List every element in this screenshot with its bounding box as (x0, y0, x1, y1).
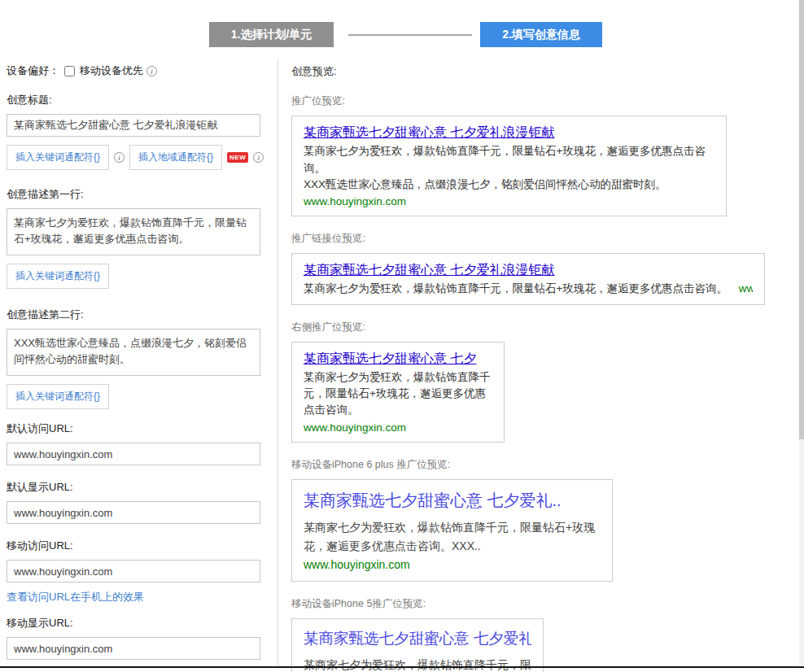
creative-title-label: 创意标题: (7, 93, 271, 107)
default-visit-url-label: 默认访问URL: (7, 421, 271, 436)
insert-keyword-wildcard-button[interactable]: 插入关键词通配符{} (7, 384, 109, 409)
step-1-select-plan[interactable]: 1.选择计划/单元 (209, 22, 334, 47)
preview-heading: 创意预览: (291, 64, 799, 79)
preview-ad-title-link[interactable]: 某商家甄选七夕甜蜜心意 七夕爱礼.. (304, 629, 531, 648)
preview-url-on-phone-link[interactable]: 查看访问URL在手机上的效果 (7, 590, 144, 604)
right-placement-preview-label: 右侧推广位预览: (291, 321, 799, 334)
preview-ad-title-link[interactable]: 某商家甄选七夕甜蜜心意 七夕 (304, 350, 476, 368)
preview-ad-url: www.houyingxin.com (304, 421, 494, 434)
info-icon[interactable]: i (146, 66, 157, 76)
preview-ad-title-link[interactable]: 某商家甄选七夕甜蜜心意 七夕爱礼.. (304, 490, 601, 511)
page-bottom-border (0, 666, 804, 668)
mobile-first-label: 移动设备优先 (80, 63, 143, 78)
mobile-display-url-input[interactable] (7, 637, 260, 660)
creative-title-input[interactable] (7, 114, 260, 137)
device-preference-label: 设备偏好： (7, 63, 59, 78)
new-badge: NEW (227, 152, 248, 163)
iphone6plus-preview-label: 移动设备iPhone 6 plus 推广位预览: (291, 458, 799, 472)
preview-ad-desc: 某商家七夕为爱狂欢，爆款钻饰直降千元，限量钻石+玫瑰花，邂逅更多优惠点击咨询。 (304, 369, 494, 419)
desc-line1-textarea[interactable]: 某商家七夕为爱狂欢，爆款钻饰直降千元，限量钻石+玫瑰花，邂逅更多优惠点击咨询。 (7, 208, 260, 255)
vertical-scrollbar[interactable] (799, 0, 804, 666)
default-display-url-input[interactable] (7, 501, 260, 524)
preview-ad-desc: 某商家七夕为爱狂欢，爆款钻饰直降千元，限量钻石+玫瑰花，邂逅更多优惠点击咨询。 (304, 282, 728, 295)
creative-preview-panel: 创意预览: 推广位预览: 某商家甄选七夕甜蜜心意 七夕爱礼浪漫钜献 某商家七夕为… (291, 59, 799, 672)
insert-region-wildcard-button[interactable]: 插入地域通配符{} (129, 145, 222, 170)
wildcard-button-row: 插入关键词通配符{} i 插入地域通配符{} NEW i (7, 145, 271, 170)
step-2-fill-creative[interactable]: 2.填写创意信息 (480, 22, 602, 47)
default-display-url-label: 默认显示URL: (7, 480, 271, 495)
right-placement-preview-card: 某商家甄选七夕甜蜜心意 七夕 某商家七夕为爱狂欢，爆款钻饰直降千元，限量钻石+玫… (291, 342, 505, 443)
default-visit-url-input[interactable] (7, 443, 260, 465)
preview-ad-title-link[interactable]: 某商家甄选七夕甜蜜心意 七夕爱礼浪漫钜献 (304, 261, 554, 279)
placement-preview-card: 某商家甄选七夕甜蜜心意 七夕爱礼浪漫钜献 某商家七夕为爱狂欢，爆款钻饰直降千元，… (291, 116, 727, 216)
iphone6plus-preview-card: 某商家甄选七夕甜蜜心意 七夕爱礼.. 某商家七夕为爱狂欢，爆款钻饰直降千元，限量… (291, 479, 613, 583)
placement-preview-label: 推广位预览: (291, 94, 799, 108)
mobile-visit-url-input[interactable] (7, 560, 260, 583)
scrollbar-thumb[interactable] (799, 0, 804, 439)
creative-form-panel: 设备偏好： 移动设备优先 i 创意标题: 插入关键词通配符{} i 插入地域通配… (7, 57, 271, 672)
iphone5-preview-label: 移动设备iPhone 5推广位预览: (291, 597, 799, 611)
device-preference-row: 设备偏好： 移动设备优先 i (7, 63, 271, 78)
preview-ad-url: www.houyingxin.com (739, 282, 753, 295)
preview-ad-desc-line2: XXX甄选世家心意臻品，点缀浪漫七夕，铭刻爱侣间怦然心动的甜蜜时刻。 (304, 177, 714, 193)
preview-ad-title-link[interactable]: 某商家甄选七夕甜蜜心意 七夕爱礼浪漫钜献 (304, 124, 554, 142)
link-placement-preview-card: 某商家甄选七夕甜蜜心意 七夕爱礼浪漫钜献 某商家七夕为爱狂欢，爆款钻饰直降千元，… (291, 253, 765, 304)
mobile-visit-url-label: 移动访问URL: (7, 539, 271, 553)
info-icon[interactable]: i (114, 152, 125, 163)
link-placement-preview-label: 推广链接位预览: (291, 232, 799, 246)
step-connector-line (348, 34, 472, 36)
desc-line2-label: 创意描述第二行: (7, 308, 271, 322)
info-icon[interactable]: i (253, 152, 264, 163)
preview-ad-desc: 某商家七夕为爱狂欢，爆款钻饰直降千元，限量钻石+玫瑰花，邂逅更多优惠点击咨询。X… (304, 518, 601, 557)
preview-ad-desc: 某商家七夕为爱狂欢，爆款钻饰直降千元，限量钻石+玫瑰花，邂逅更多优惠点击咨询。X… (304, 656, 531, 672)
preview-ad-url: www.houyingxin.com (304, 558, 601, 571)
desc-line1-label: 创意描述第一行: (7, 187, 271, 202)
mobile-display-url-label: 移动显示URL: (7, 616, 271, 631)
mobile-first-checkbox[interactable] (64, 66, 75, 76)
desc-line2-textarea[interactable]: XXX甄选世家心意臻品，点缀浪漫七夕，铭刻爱侣间怦然心动的甜蜜时刻。 (7, 329, 260, 376)
insert-keyword-wildcard-button[interactable]: 插入关键词通配符{} (7, 145, 109, 170)
preview-ad-desc-inline: 某商家七夕为爱狂欢，爆款钻饰直降千元，限量钻石+玫瑰花，邂逅更多优惠点击咨询。 … (304, 281, 753, 296)
iphone5-preview-card: 某商家甄选七夕甜蜜心意 七夕爱礼.. 某商家七夕为爱狂欢，爆款钻饰直降千元，限量… (291, 618, 544, 672)
creative-editor-page: 1.选择计划/单元 2.填写创意信息 设备偏好： 移动设备优先 i 创意标题: … (0, 0, 804, 672)
preview-ad-url: www.houyingxin.com (304, 195, 714, 207)
column-divider (277, 59, 278, 667)
insert-keyword-wildcard-button[interactable]: 插入关键词通配符{} (7, 264, 109, 289)
preview-ad-desc-line1: 某商家七夕为爱狂欢，爆款钻饰直降千元，限量钻石+玫瑰花，邂逅更多优惠点击咨询。 (304, 143, 714, 177)
